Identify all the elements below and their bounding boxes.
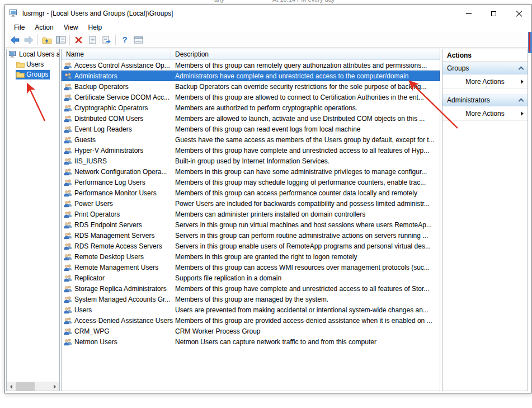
group-icon	[64, 62, 72, 69]
table-row[interactable]: Performance Monitor Users Members of thi…	[62, 187, 440, 198]
help-button[interactable]: ?	[117, 34, 131, 46]
table-row[interactable]: Distributed COM Users Members are allowe…	[62, 113, 440, 124]
group-icon	[64, 83, 72, 91]
actions-title: Actions	[442, 49, 528, 62]
group-description: Netmon Users can capture network traffic…	[175, 338, 440, 346]
group-name: Backup Operators	[74, 83, 175, 91]
table-row[interactable]: Power Users Power Users are included for…	[62, 198, 440, 209]
menu-help[interactable]: Help	[83, 23, 107, 32]
group-name: Replicator	[74, 274, 175, 282]
table-row[interactable]: Backup Operators Backup Operators can ov…	[62, 81, 440, 92]
group-name: Hyper-V Administrators	[74, 147, 175, 154]
group-name: Access Control Assistance Op...	[74, 62, 175, 69]
table-row[interactable]: Netmon Users Netmon Users can capture ne…	[62, 336, 440, 347]
group-icon	[64, 317, 72, 325]
table-row[interactable]: RDS Management Servers Servers in this g…	[62, 230, 440, 241]
table-row[interactable]: System Managed Accounts Gr... Members of…	[62, 294, 440, 304]
window-title: lusrmgr - [Local Users and Groups (Local…	[22, 10, 173, 17]
table-row[interactable]: Remote Management Users Members of this …	[62, 262, 440, 273]
chevron-up-icon[interactable]	[519, 99, 524, 104]
group-name: Remote Management Users	[74, 264, 175, 271]
back-button[interactable]	[8, 34, 22, 46]
scrollbar-thumb[interactable]	[16, 382, 35, 391]
delete-button[interactable]	[72, 34, 86, 46]
table-row[interactable]: Hyper-V Administrators Members of this g…	[62, 145, 440, 156]
group-description: Members of this group are provided acces…	[175, 317, 440, 325]
tree-item-local-users-and-groups[interactable]: Local Users an	[7, 49, 59, 59]
menu-action[interactable]: Action	[30, 23, 58, 32]
more-actions-administrators[interactable]: More Actions	[442, 106, 528, 121]
menu-bar: File Action View Help	[5, 22, 531, 32]
scroll-right-button[interactable]	[50, 382, 59, 391]
table-row[interactable]: Performance Log Users Members of this gr…	[62, 177, 440, 187]
group-description: Members in this group can have some admi…	[175, 168, 440, 176]
table-row[interactable]: Event Log Readers Members of this group …	[62, 124, 440, 134]
table-row[interactable]: Access-Denied Assistance Users Members o…	[62, 315, 440, 326]
group-description: Guests have the same access as members o…	[175, 136, 440, 144]
table-row[interactable]: Network Configuration Opera... Members i…	[62, 166, 440, 177]
group-description: Servers in this group run virtual machin…	[175, 221, 440, 229]
group-description: Servers in this group can perform routin…	[175, 232, 440, 240]
app-icon	[10, 10, 18, 18]
menu-view[interactable]: View	[59, 23, 83, 32]
list-view-button[interactable]	[131, 34, 145, 46]
group-name: Storage Replica Administrators	[74, 285, 175, 293]
properties-button[interactable]	[86, 34, 100, 46]
table-row[interactable]: IIS_IUSRS Built-in group used by Interne…	[62, 156, 440, 166]
column-header-description[interactable]: Description	[175, 50, 209, 58]
group-description: Backup Operators can override security r…	[175, 83, 440, 91]
table-row[interactable]: Guests Guests have the same access as me…	[62, 134, 440, 145]
group-description: Members can administer printers installe…	[175, 210, 440, 218]
group-icon	[64, 285, 72, 293]
table-row[interactable]: Certificate Service DCOM Acc... Members …	[62, 92, 440, 102]
group-name: Power Users	[74, 200, 175, 208]
group-icon	[64, 232, 72, 240]
group-description: Built-in group used by Internet Informat…	[175, 157, 440, 165]
group-description: Servers in this group enable users of Re…	[175, 242, 440, 250]
table-row[interactable]: Print Operators Members can administer p…	[62, 209, 440, 219]
console-tree-pane: Local Users an Users Groups	[6, 49, 60, 391]
group-name: Performance Log Users	[74, 179, 175, 186]
tree-item-groups[interactable]: Groups	[7, 69, 59, 79]
cropped-background-text: any At 10:14 PM every day	[0, 0, 532, 4]
group-description: Power Users are included for backwards c…	[175, 200, 440, 208]
show-console-tree-button[interactable]	[54, 34, 68, 46]
toolbar: ?	[5, 32, 531, 48]
up-level-button[interactable]	[40, 34, 54, 46]
group-name: Event Log Readers	[74, 125, 175, 133]
table-row[interactable]: Cryptographic Operators Members are auth…	[62, 102, 440, 113]
column-header-name[interactable]: Name	[66, 50, 84, 58]
actions-section-header-groups[interactable]: Groups	[442, 62, 528, 74]
table-row[interactable]: RDS Remote Access Servers Servers in thi…	[62, 241, 440, 251]
table-row[interactable]: Storage Replica Administrators Members o…	[62, 283, 440, 294]
group-rows: Access Control Assistance Op... Members …	[62, 60, 440, 391]
more-actions-groups[interactable]: More Actions	[442, 74, 528, 89]
background-text-fragment: At 10:14 PM every day	[272, 0, 335, 3]
back-icon	[10, 36, 20, 44]
tree-item-users[interactable]: Users	[7, 59, 59, 69]
table-row[interactable]: Users Users are prevented from making ac…	[62, 304, 440, 315]
export-list-button[interactable]	[100, 34, 114, 46]
group-icon	[64, 338, 72, 346]
table-row[interactable]: Administrators Administrators have compl…	[62, 71, 440, 81]
scroll-left-button[interactable]	[7, 382, 16, 391]
show-console-tree-icon	[56, 36, 66, 44]
tree-item-label: Groups	[26, 71, 48, 78]
forward-button[interactable]	[22, 34, 36, 46]
group-description: Members of this group can remotely query…	[175, 62, 440, 69]
group-description: Members of this group can access perform…	[175, 189, 440, 197]
maximize-button[interactable]	[481, 5, 506, 22]
actions-section-header-administrators[interactable]: Administrators	[442, 94, 528, 106]
group-name: Performance Monitor Users	[74, 189, 175, 197]
table-row[interactable]: Remote Desktop Users Members in this gro…	[62, 251, 440, 262]
close-button[interactable]	[506, 5, 531, 22]
toolbar-separator	[37, 35, 38, 45]
table-row[interactable]: Access Control Assistance Op... Members …	[62, 60, 440, 71]
chevron-up-icon[interactable]	[519, 67, 524, 72]
menu-file[interactable]: File	[9, 23, 30, 32]
horizontal-scrollbar[interactable]	[7, 382, 59, 391]
table-row[interactable]: CRM_WPG CRM Worker Process Group	[62, 326, 440, 336]
minimize-button[interactable]	[456, 5, 481, 22]
table-row[interactable]: Replicator Supports file replication in …	[62, 273, 440, 283]
table-row[interactable]: RDS Endpoint Servers Servers in this gro…	[62, 219, 440, 230]
